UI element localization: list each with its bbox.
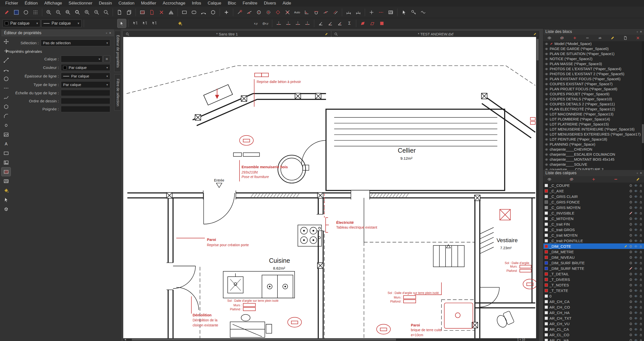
dock-icon[interactable]: ▫ (106, 31, 107, 35)
horizontal-scrollbar-thumb[interactable] (132, 339, 396, 340)
insert-block-icon[interactable] (622, 35, 628, 41)
layer-list-item[interactable]: AR_CH_HA (543, 310, 644, 315)
printer-icon[interactable] (629, 217, 633, 221)
show-layer-icon[interactable] (546, 177, 552, 182)
filter2-icon[interactable] (140, 19, 149, 28)
lineweight-field-dropdown[interactable]: Par calque ▾ (61, 73, 110, 79)
layer-list-item[interactable]: _DIM_METRE (543, 249, 644, 254)
snap-end-icon[interactable] (235, 8, 244, 17)
block-list-item[interactable]: charpente____MONTANT BOIS 45x145 (543, 157, 644, 162)
snap-perp-icon[interactable] (302, 8, 311, 17)
handle-input[interactable] (61, 106, 110, 112)
printer-icon[interactable] (629, 305, 633, 309)
stack-icon[interactable] (125, 8, 133, 17)
layer-list-item[interactable]: _T_DIVERS (543, 277, 644, 282)
dock-icon[interactable]: ▫ (637, 30, 638, 34)
printer-icon[interactable] (629, 283, 633, 287)
pencil-red-icon[interactable] (3, 8, 11, 17)
layer-color-swatch[interactable] (545, 267, 548, 270)
eye-icon[interactable] (634, 316, 638, 320)
add-layer-icon[interactable] (591, 177, 597, 182)
arc-tool-icon[interactable] (2, 65, 11, 74)
zoom-icon[interactable] (102, 8, 110, 17)
eye-icon[interactable] (634, 305, 638, 309)
lock-icon[interactable] (639, 195, 643, 198)
vertical-scrollbar[interactable] (536, 37, 539, 338)
layer-list-item[interactable]: _C_COUPE (543, 183, 644, 188)
rect-tool-icon[interactable] (180, 8, 189, 17)
layer-color-swatch[interactable] (545, 200, 548, 204)
frame-icon[interactable] (2, 130, 11, 139)
hide-block-icon[interactable] (559, 35, 565, 41)
eye-icon[interactable] (634, 239, 638, 243)
printer-icon[interactable] (629, 206, 633, 209)
lock-icon[interactable] (639, 233, 643, 237)
eye-icon[interactable] (634, 261, 638, 265)
layer-list-item[interactable]: _C_INVISIBLE (543, 210, 644, 216)
eye-icon[interactable] (545, 92, 548, 96)
snap-mid-icon[interactable] (245, 8, 254, 17)
angle1-icon[interactable] (316, 19, 325, 28)
printer-icon[interactable] (629, 316, 633, 320)
eye-icon[interactable] (545, 47, 548, 51)
eye-icon[interactable] (634, 278, 638, 281)
block-list-item[interactable]: charpente____SOLIVE (543, 162, 644, 167)
document-tab-untitled[interactable]: * Sans titre 1 (123, 31, 331, 37)
menu-item-infos[interactable]: Infos (189, 0, 205, 7)
layer-list-item[interactable]: _C_GRIS CLAIR (543, 194, 644, 199)
lock-icon[interactable] (639, 228, 643, 232)
dash-red-icon[interactable] (377, 8, 385, 17)
bucket-icon[interactable] (176, 19, 184, 28)
snapline-icon[interactable] (274, 19, 283, 28)
filter1-icon[interactable] (131, 19, 139, 28)
eye-icon[interactable] (545, 112, 548, 116)
printer-icon[interactable] (629, 195, 633, 198)
layer-list-item[interactable]: _DIM_NIVEAU (543, 254, 644, 260)
layer-color-swatch[interactable] (545, 250, 548, 253)
block-list-item[interactable]: PLANNING (*Paper_Space) (543, 142, 644, 147)
rect-tool-icon[interactable] (2, 149, 11, 157)
block-list-item[interactable]: COUPES EXISTANT (*Paper_Space7) (543, 81, 644, 87)
layer-color-swatch[interactable] (545, 228, 548, 231)
grid-icon[interactable] (31, 8, 40, 17)
menu-item-fenetre[interactable]: Fenêtre (239, 0, 261, 7)
line-tool-icon[interactable] (2, 56, 11, 64)
layer-color-swatch[interactable] (545, 245, 548, 248)
eye-icon[interactable] (634, 250, 638, 254)
dim1-icon[interactable]: 1 (344, 8, 353, 17)
layer-color-swatch[interactable] (545, 223, 548, 226)
menu-item-accrochage[interactable]: Accrochage (159, 0, 189, 7)
circle-icon[interactable] (2, 74, 11, 83)
layer-color-swatch[interactable] (545, 294, 548, 298)
lock-icon[interactable] (639, 239, 643, 243)
angle2-icon[interactable] (326, 19, 335, 28)
block-list-item[interactable]: LOT MENUISERIES EXTERIEURES (*Paper_Spac… (543, 132, 644, 137)
add-block-icon[interactable] (572, 35, 578, 41)
menu-item-affichage[interactable]: Affichage (41, 0, 65, 7)
eye-icon[interactable] (634, 283, 638, 287)
eye-icon[interactable] (634, 189, 638, 193)
eye-icon[interactable] (545, 143, 548, 146)
printer-icon[interactable] (629, 327, 633, 331)
layer-field-dropdown[interactable]: ▾ (61, 56, 102, 62)
menu-item-fichier[interactable]: Fichier (2, 0, 21, 7)
printer-icon[interactable] (629, 311, 633, 315)
eye-icon[interactable] (545, 127, 548, 131)
image-icon[interactable] (2, 158, 11, 167)
layer-list-item[interactable]: 0 (543, 293, 644, 299)
printer-icon[interactable] (629, 222, 633, 226)
remove-block-icon[interactable] (584, 35, 590, 41)
eye-icon[interactable] (545, 67, 548, 71)
layer-list-item[interactable]: _DIM_COTE (543, 243, 644, 249)
lock-icon[interactable] (639, 222, 643, 226)
block-list-item[interactable]: charpente____ESCALIER COLIMACON (543, 152, 644, 157)
block-list-item[interactable]: charpente____CHEVRON (543, 147, 644, 152)
circle-icon[interactable] (22, 8, 30, 17)
eye-icon[interactable] (634, 289, 638, 292)
layer-list-item[interactable]: AR_CH_TXT (543, 315, 644, 321)
scroll-left-icon[interactable]: ◀ (124, 338, 126, 341)
block-list-item[interactable]: couverture____COUVERTURE 2 (543, 167, 644, 170)
blocks-scrollbar-thumb[interactable] (642, 124, 644, 143)
eye-icon[interactable] (545, 168, 548, 170)
plus-gray-icon[interactable] (222, 8, 231, 17)
